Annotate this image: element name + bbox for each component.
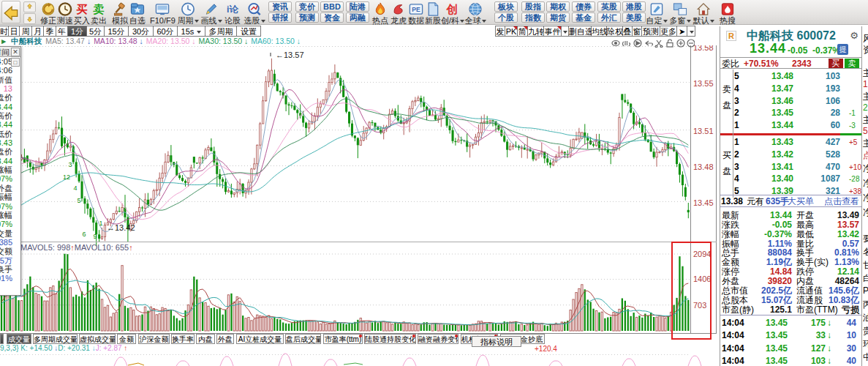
svg-text:6: 6 [82,231,86,238]
svg-text:13.55: 13.55 [693,79,714,88]
svg-text:卖: 卖 [93,3,104,15]
svg-text:9: 9 [93,233,97,240]
svg-text:4: 4 [73,184,77,192]
svg-text:13.45: 13.45 [693,198,714,207]
svg-text:12: 12 [63,173,70,181]
svg-text:创: 创 [445,3,457,15]
svg-text:5: 5 [77,197,80,204]
svg-text:↔13.42: ↔13.42 [107,223,135,232]
svg-text:1: 1 [99,220,102,227]
svg-text:3: 3 [68,161,72,168]
svg-text:←13.57: ←13.57 [276,51,304,59]
svg-text:i论: i论 [227,4,238,15]
svg-text:13.48: 13.48 [693,163,714,171]
svg-text:13.51: 13.51 [693,127,714,135]
svg-text:PE: PE [412,6,420,13]
